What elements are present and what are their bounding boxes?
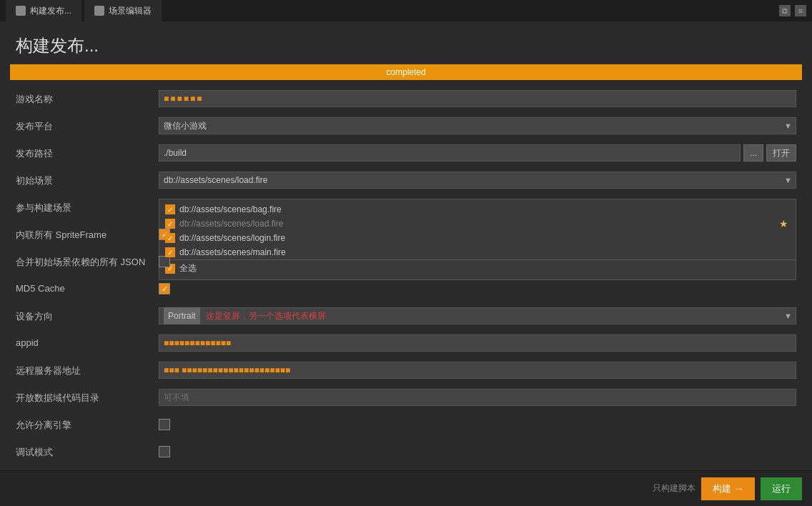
initial-scene-select-wrap: db://assets/scenes/load.fire ▼ — [159, 172, 796, 189]
md5-checkbox-wrap — [159, 280, 796, 297]
scene-checkbox-main[interactable] — [165, 247, 175, 257]
scene-label-load: db://assets/scenes/load.fire — [179, 219, 283, 229]
orientation-select-wrap: Portrait 这是竖屏，另一个选项代表横屏 ▼ — [159, 307, 796, 324]
remote-server-field — [159, 362, 796, 379]
orientation-arrow: ▼ — [784, 312, 792, 320]
debug-mode-label: 调试模式 — [16, 443, 159, 459]
path-field: ... 打开 — [159, 144, 796, 162]
run-button[interactable]: 运行 — [761, 477, 802, 500]
build-scenes-label: 参与构建场景 — [16, 199, 159, 214]
build-scenes-row: 参与构建场景 db://assets/scenes/bag.fire db://… — [16, 199, 796, 216]
md5-label: MD5 Cache — [16, 280, 159, 294]
menu-button[interactable]: ≡ — [795, 5, 806, 16]
progress-label: completed — [386, 67, 425, 77]
orientation-label: 设备方向 — [16, 307, 159, 323]
path-label: 发布路径 — [16, 144, 159, 160]
scene-label-login: db://assets/scenes/login.fire — [179, 233, 285, 243]
script-label: 只构建脚本 — [653, 482, 695, 495]
allow-separate-label: 允许分离引擎 — [16, 416, 159, 432]
appid-input[interactable] — [159, 334, 796, 352]
open-data-field — [159, 389, 796, 406]
appid-label: appid — [16, 334, 159, 348]
initial-scene-label: 初始场景 — [16, 172, 159, 187]
build-button-label: 构建 — [713, 482, 731, 495]
remote-server-row: 远程服务器地址 — [16, 362, 796, 379]
remote-server-input[interactable] — [159, 362, 796, 379]
allow-separate-checkbox[interactable] — [159, 419, 170, 430]
path-input[interactable] — [159, 144, 741, 162]
scene-checkbox-load[interactable] — [165, 219, 175, 229]
merge-json-label: 合并初始场景依赖的所有 JSON — [16, 253, 159, 269]
scene-item-load: db://assets/scenes/load.fire ★ — [159, 217, 796, 231]
build-tab-icon — [16, 6, 26, 16]
progress-bar: completed — [10, 64, 802, 80]
build-arrow-icon: → — [734, 483, 743, 494]
platform-field: 微信小游戏 ▼ — [159, 117, 796, 134]
debug-mode-checkbox[interactable] — [159, 446, 170, 457]
game-name-field — [159, 90, 796, 107]
game-name-row: 游戏名称 — [16, 90, 796, 107]
path-dots-button[interactable]: ... — [743, 144, 763, 162]
build-button[interactable]: 构建 → — [701, 477, 755, 500]
game-name-input[interactable] — [159, 90, 796, 107]
orientation-note: 这是竖屏，另一个选项代表横屏 — [206, 310, 326, 322]
open-data-row: 开放数据域代码目录 — [16, 389, 796, 406]
md5-row: MD5 Cache — [16, 280, 796, 297]
path-open-button[interactable]: 打开 — [766, 144, 796, 162]
game-name-label: 游戏名称 — [16, 90, 159, 106]
inline-sprite-label: 内联所有 SpriteFrame — [16, 226, 159, 242]
path-row: 发布路径 ... 打开 — [16, 144, 796, 162]
debug-mode-field — [159, 443, 796, 460]
initial-scene-select[interactable]: db://assets/scenes/load.fire — [159, 172, 796, 189]
scene-tab-icon — [94, 6, 104, 16]
scene-checkbox-bag[interactable] — [165, 204, 175, 214]
scene-star-load: ★ — [779, 218, 788, 229]
initial-scene-field: db://assets/scenes/load.fire ▼ — [159, 172, 796, 189]
md5-field — [159, 280, 796, 297]
restore-button[interactable]: ⧉ — [779, 5, 791, 16]
main-content: 游戏名称 发布平台 微信小游戏 ▼ 发布路径 ... 打开 初始 — [0, 80, 812, 470]
orientation-badge: Portrait — [164, 307, 200, 324]
tab-scene[interactable]: 场景编辑器 — [84, 0, 162, 21]
debug-mode-checkbox-wrap — [159, 443, 796, 460]
page-title: 构建发布... — [0, 21, 812, 64]
title-bar-controls: ⧉ ≡ — [779, 0, 806, 21]
scene-item-login: db://assets/scenes/login.fire — [159, 231, 796, 245]
orientation-field: Portrait 这是竖屏，另一个选项代表横屏 ▼ — [159, 307, 796, 324]
tab-build-label: 构建发布... — [30, 5, 71, 17]
platform-label: 发布平台 — [16, 117, 159, 133]
tab-build[interactable]: 构建发布... — [6, 0, 81, 21]
tab-scene-label: 场景编辑器 — [109, 5, 152, 17]
allow-separate-field — [159, 416, 796, 433]
allow-separate-checkbox-wrap — [159, 416, 796, 433]
platform-select[interactable]: 微信小游戏 — [159, 117, 796, 134]
path-wrap: ... 打开 — [159, 144, 796, 162]
appid-field — [159, 334, 796, 352]
open-data-label: 开放数据域代码目录 — [16, 389, 159, 405]
platform-select-wrap: 微信小游戏 ▼ — [159, 117, 796, 134]
remote-server-label: 远程服务器地址 — [16, 362, 159, 377]
orientation-row: 设备方向 Portrait 这是竖屏，另一个选项代表横屏 ▼ — [16, 307, 796, 324]
orientation-display[interactable]: Portrait 这是竖屏，另一个选项代表横屏 ▼ — [159, 307, 796, 324]
platform-row: 发布平台 微信小游戏 ▼ — [16, 117, 796, 134]
run-button-label: 运行 — [772, 482, 791, 495]
appid-row: appid — [16, 334, 796, 352]
bottom-bar: 只构建脚本 构建 → 运行 — [0, 470, 812, 506]
allow-separate-row: 允许分离引擎 — [16, 416, 796, 433]
scene-item-main: db://assets/scenes/main.fire — [159, 245, 796, 259]
scene-checkbox-login[interactable] — [165, 233, 175, 243]
scene-label-main: db://assets/scenes/main.fire — [179, 247, 286, 257]
scene-label-bag: db://assets/scenes/bag.fire — [179, 204, 282, 214]
debug-mode-row: 调试模式 — [16, 443, 796, 460]
open-data-input[interactable] — [159, 389, 796, 406]
md5-checkbox[interactable] — [159, 283, 170, 294]
initial-scene-row: 初始场景 db://assets/scenes/load.fire ▼ — [16, 172, 796, 189]
title-bar: 构建发布... 场景编辑器 ⧉ ≡ — [0, 0, 812, 21]
scene-item-bag: db://assets/scenes/bag.fire — [159, 202, 796, 217]
